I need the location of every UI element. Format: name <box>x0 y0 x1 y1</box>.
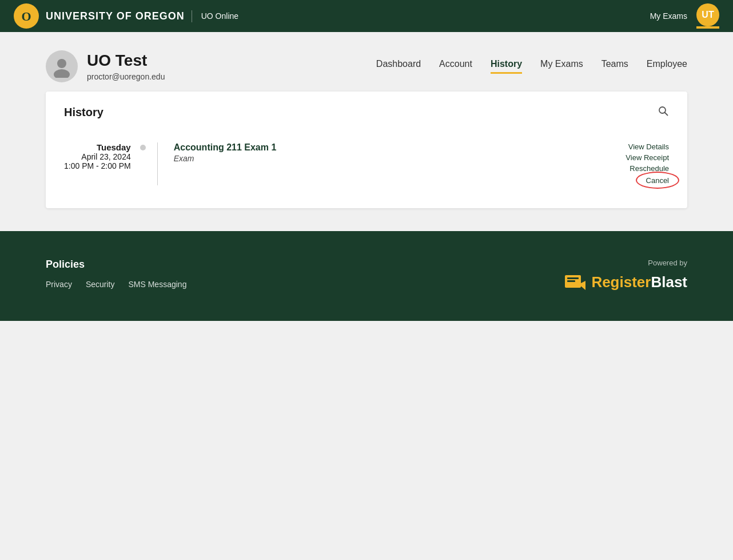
exam-divider <box>157 142 158 185</box>
my-exams-nav-link[interactable]: My Exams <box>650 11 687 21</box>
nav-teams[interactable]: Teams <box>601 59 628 74</box>
exam-date: Tuesday April 23, 2024 1:00 PM - 2:00 PM <box>64 142 131 170</box>
registerblast-logo: RegisterBlast <box>564 271 687 293</box>
exam-info: Accounting 211 Exam 1 Exam <box>169 142 591 163</box>
nav-account[interactable]: Account <box>439 59 472 74</box>
footer-policies: Policies Privacy Security SMS Messaging <box>46 259 186 289</box>
history-card: History Tuesday April 23, 2024 1:00 PM -… <box>46 92 687 208</box>
exam-time: 1:00 PM - 2:00 PM <box>64 161 131 170</box>
exam-date-text: April 23, 2024 <box>64 152 131 161</box>
footer-sms-link[interactable]: SMS Messaging <box>128 280 186 289</box>
registerblast-name: RegisterBlast <box>591 273 687 291</box>
main-content: History Tuesday April 23, 2024 1:00 PM -… <box>0 92 733 231</box>
history-header: History <box>64 105 669 120</box>
profile-left: UO Test proctor@uoregon.edu <box>46 50 165 82</box>
exam-day: Tuesday <box>64 142 131 152</box>
view-details-link[interactable]: View Details <box>628 142 669 151</box>
user-avatar-icon <box>50 55 73 78</box>
avatar-underline <box>696 26 719 29</box>
nav-dashboard[interactable]: Dashboard <box>376 59 421 74</box>
history-title: History <box>64 106 103 119</box>
profile-section: UO Test proctor@uoregon.edu Dashboard Ac… <box>0 32 733 92</box>
exam-row: Tuesday April 23, 2024 1:00 PM - 2:00 PM… <box>64 133 669 194</box>
exam-type: Exam <box>174 154 591 163</box>
footer-brand: Powered by RegisterBlast <box>564 259 687 293</box>
svg-text:O: O <box>21 9 31 23</box>
top-navigation: O UNIVERSITY OF OREGON UO Online My Exam… <box>0 0 733 32</box>
university-name: UNIVERSITY OF OREGON <box>46 10 192 22</box>
search-icon <box>658 105 669 117</box>
registerblast-icon <box>564 271 587 293</box>
profile-nav: Dashboard Account History My Exams Teams… <box>376 59 687 74</box>
svg-point-3 <box>54 69 70 78</box>
search-button[interactable] <box>658 105 669 120</box>
cancel-circled-wrapper: Cancel <box>646 175 669 185</box>
profile-avatar <box>46 50 78 82</box>
app-name: UO Online <box>201 11 238 21</box>
profile-name: UO Test <box>87 51 165 70</box>
nav-history[interactable]: History <box>491 59 522 74</box>
exam-status-dot <box>140 145 146 150</box>
profile-email: proctor@uoregon.edu <box>87 72 165 81</box>
top-nav-right: My Exams UT <box>650 3 719 29</box>
footer-privacy-link[interactable]: Privacy <box>46 280 72 289</box>
uo-logo-icon: O <box>14 3 39 29</box>
footer-links: Privacy Security SMS Messaging <box>46 280 186 289</box>
view-receipt-link[interactable]: View Receipt <box>626 153 669 162</box>
avatar-initials[interactable]: UT <box>696 3 719 26</box>
exam-name: Accounting 211 Exam 1 <box>174 142 591 153</box>
nav-employee[interactable]: Employee <box>647 59 687 74</box>
user-avatar[interactable]: UT <box>696 3 719 29</box>
svg-rect-7 <box>567 277 579 279</box>
footer-security-link[interactable]: Security <box>86 280 115 289</box>
nav-myexams[interactable]: My Exams <box>540 59 583 74</box>
svg-rect-8 <box>567 280 575 282</box>
footer: Policies Privacy Security SMS Messaging … <box>0 231 733 321</box>
cancel-link[interactable]: Cancel <box>646 176 669 185</box>
powered-by-text: Powered by <box>648 259 687 267</box>
exam-actions: View Details View Receipt Reschedule Can… <box>600 142 669 185</box>
svg-line-5 <box>665 113 668 116</box>
profile-info: UO Test proctor@uoregon.edu <box>87 51 165 81</box>
top-nav-left: O UNIVERSITY OF OREGON UO Online <box>14 3 238 29</box>
svg-point-2 <box>57 59 66 68</box>
policies-title: Policies <box>46 259 186 271</box>
